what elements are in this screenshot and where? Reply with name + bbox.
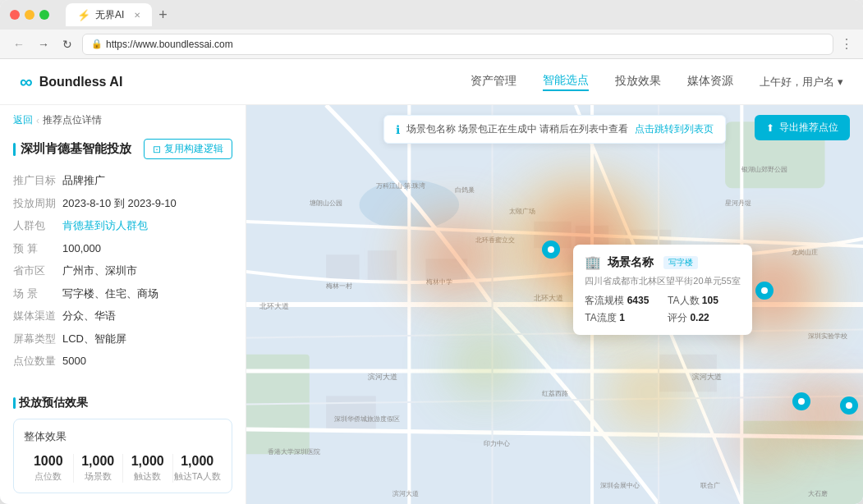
map-area: 北环大道 北环大道 滨河大道 滨河大道 北环香蜜立交 北京大学深圳医院 香港大学… xyxy=(246,105,863,504)
forward-button[interactable]: → xyxy=(34,36,53,53)
logo-area: ∞ Boundless AI xyxy=(20,71,122,93)
url-bar[interactable]: 🔒 https://www.boundlessai.com xyxy=(82,34,833,55)
tab-close-button[interactable]: ✕ xyxy=(134,11,140,20)
info-row-goal: 推广目标 品牌推广 xyxy=(13,169,232,192)
svg-text:滨河大道: 滨河大道 xyxy=(392,490,419,497)
logo-text: Boundless AI xyxy=(39,75,123,89)
svg-text:大石磨: 大石磨 xyxy=(808,490,828,497)
svg-text:万科江山·第:珠湾: 万科江山·第:珠湾 xyxy=(376,182,426,190)
copy-logic-button[interactable]: ⊡ 复用构建逻辑 xyxy=(144,139,232,159)
nav-item-smart[interactable]: 智能选点 xyxy=(543,73,589,91)
popup-stat-score: 评分 0.22 xyxy=(668,311,741,325)
svg-text:北环大道: 北环大道 xyxy=(534,294,563,302)
export-btn-label: 导出推荐点位 xyxy=(779,121,838,135)
main-body: 返回 ‹ 推荐点位详情 深圳肯德基智能投放 ⊡ 复用构建逻辑 推广目标 xyxy=(0,105,863,504)
app-content: ∞ Boundless AI 资产管理 智能选点 投放效果 媒体资源 上午好，用… xyxy=(0,59,863,504)
info-row-budget: 预 算 100,000 xyxy=(13,237,232,260)
effect-stat-scenes: 1,000 场景数 xyxy=(73,454,123,483)
popup-stat-ta-rate: TA流度 1 xyxy=(585,311,658,325)
info-row-audience: 人群包 肯德基到访人群包 xyxy=(13,214,232,237)
info-row-period: 投放周期 2023-8-10 到 2023-9-10 xyxy=(13,192,232,215)
browser-tab-active[interactable]: ⚡ 无界AI ✕ xyxy=(66,3,152,26)
minimize-traffic-light[interactable] xyxy=(25,10,34,20)
nav-menu: 资产管理 智能选点 投放效果 媒体资源 xyxy=(471,73,733,91)
notification-text: 场景包名称 场景包正在生成中 请稍后在列表中查看 xyxy=(406,122,629,136)
svg-rect-13 xyxy=(326,396,376,429)
effect-section-title: 投放预估效果 xyxy=(13,396,232,410)
export-icon: ⬆ xyxy=(766,122,774,134)
svg-text:滨河大道: 滨河大道 xyxy=(692,373,722,381)
tab-bar: ⚡ 无界AI ✕ + xyxy=(66,3,853,26)
svg-text:深圳华侨城旅游度假区: 深圳华侨城旅游度假区 xyxy=(334,415,400,423)
breadcrumb-back[interactable]: 返回 xyxy=(13,113,33,127)
svg-text:白鸽巢: 白鸽巢 xyxy=(455,186,475,194)
map-marker-4[interactable] xyxy=(792,392,810,410)
svg-text:香港大学深圳医院: 香港大学深圳医院 xyxy=(268,448,320,456)
svg-text:梅林中学: 梅林中学 xyxy=(425,278,452,286)
user-greeting[interactable]: 上午好，用户名 ▾ xyxy=(760,75,843,89)
svg-text:滨河大道: 滨河大道 xyxy=(368,373,397,381)
svg-text:印力中心: 印力中心 xyxy=(484,440,510,447)
popup-stat-traffic: 客流规模 6435 xyxy=(585,294,658,308)
map-svg: 北环大道 北环大道 滨河大道 滨河大道 北环香蜜立交 北京大学深圳医院 香港大学… xyxy=(246,105,863,504)
svg-text:红荔西路: 红荔西路 xyxy=(542,390,568,397)
info-row-screen: 屏幕类型 LCD、智能屏 xyxy=(13,328,232,351)
map-marker-1[interactable] xyxy=(542,241,560,259)
browser-more-button[interactable]: ⋮ xyxy=(840,36,853,52)
effect-card-title: 整体效果 xyxy=(24,429,222,444)
svg-text:梅林一村: 梅林一村 xyxy=(325,282,352,290)
export-button[interactable]: ⬆ 导出推荐点位 xyxy=(755,115,850,140)
close-traffic-light[interactable] xyxy=(10,10,20,20)
sidebar: 返回 ‹ 推荐点位详情 深圳肯德基智能投放 ⊡ 复用构建逻辑 推广目标 xyxy=(0,105,246,504)
svg-text:深圳实验学校: 深圳实验学校 xyxy=(808,332,847,339)
footer-label: 深圳市 xyxy=(0,500,246,505)
svg-text:联合广: 联合广 xyxy=(700,482,720,489)
popup-stats: 客流规模 6435 TA人数 105 TA流度 1 评分 0.22 xyxy=(585,294,740,325)
logo-icon: ∞ xyxy=(20,71,33,93)
nav-item-effect[interactable]: 投放效果 xyxy=(615,74,661,90)
back-button[interactable]: ← xyxy=(10,36,28,53)
fullscreen-traffic-light[interactable] xyxy=(39,10,49,20)
info-row-channel: 媒体渠道 分众、华语 xyxy=(13,305,232,328)
campaign-name: 深圳肯德基智能投放 xyxy=(13,141,131,157)
notification-link[interactable]: 点击跳转到列表页 xyxy=(635,122,714,136)
effect-section: 投放预估效果 整体效果 1000 点位数 1,000 场景数 xyxy=(0,389,246,500)
effect-stats: 1000 点位数 1,000 场景数 1,000 触达数 xyxy=(24,454,222,483)
popup-stat-ta-count: TA人数 105 xyxy=(668,294,741,308)
audience-link[interactable]: 肯德基到访人群包 xyxy=(62,218,232,234)
svg-rect-6 xyxy=(368,250,397,279)
info-row-city: 省市区 广州市、深圳市 xyxy=(13,259,232,282)
top-nav: ∞ Boundless AI 资产管理 智能选点 投放效果 媒体资源 上午好，用… xyxy=(0,59,863,105)
map-popup: 🏢 场景名称 写字楼 四川省成都市北林区望平街20单元55室 客流规模 6435… xyxy=(573,245,751,335)
traffic-lights xyxy=(10,10,49,20)
svg-text:北环大道: 北环大道 xyxy=(259,302,289,310)
svg-text:塘朗山公园: 塘朗山公园 xyxy=(309,199,342,207)
browser-window: ⚡ 无界AI ✕ + ← → ↻ 🔒 https://www.boundless… xyxy=(0,0,863,504)
popup-title: 场景名称 xyxy=(608,255,654,270)
lock-icon: 🔒 xyxy=(91,39,103,49)
svg-rect-5 xyxy=(326,254,360,279)
svg-text:银湖山郊野公园: 银湖山郊野公园 xyxy=(741,166,787,173)
breadcrumb: 返回 ‹ 推荐点位详情 xyxy=(0,105,246,132)
nav-item-asset[interactable]: 资产管理 xyxy=(471,74,516,90)
effect-stat-reach: 1,000 触达数 xyxy=(122,454,172,483)
map-marker-3[interactable] xyxy=(755,282,773,300)
nav-item-media[interactable]: 媒体资源 xyxy=(687,74,733,90)
map-background[interactable]: 北环大道 北环大道 滨河大道 滨河大道 北环香蜜立交 北京大学深圳医院 香港大学… xyxy=(246,105,863,504)
svg-text:龙岗山庄: 龙岗山庄 xyxy=(792,249,818,256)
svg-text:星河丹堤: 星河丹堤 xyxy=(725,199,751,207)
refresh-button[interactable]: ↻ xyxy=(59,36,76,53)
url-text: https://www.boundlessai.com xyxy=(106,39,233,50)
tab-favicon-icon: ⚡ xyxy=(77,9,90,21)
popup-tag: 写字楼 xyxy=(663,256,698,269)
map-marker-5[interactable] xyxy=(840,396,858,415)
popup-building-icon: 🏢 xyxy=(585,254,601,270)
tab-title: 无界AI xyxy=(95,8,124,22)
info-icon: ℹ xyxy=(396,123,400,136)
copy-icon: ⊡ xyxy=(153,144,161,155)
info-table: 推广目标 品牌推广 投放周期 2023-8-10 到 2023-9-10 人群包… xyxy=(0,163,246,379)
svg-text:深圳会展中心: 深圳会展中心 xyxy=(600,482,640,489)
effect-stat-ta-reach: 1,000 触达TA人数 xyxy=(172,454,223,483)
new-tab-button[interactable]: + xyxy=(158,7,168,24)
info-row-count: 点位数量 5000 xyxy=(13,350,232,373)
